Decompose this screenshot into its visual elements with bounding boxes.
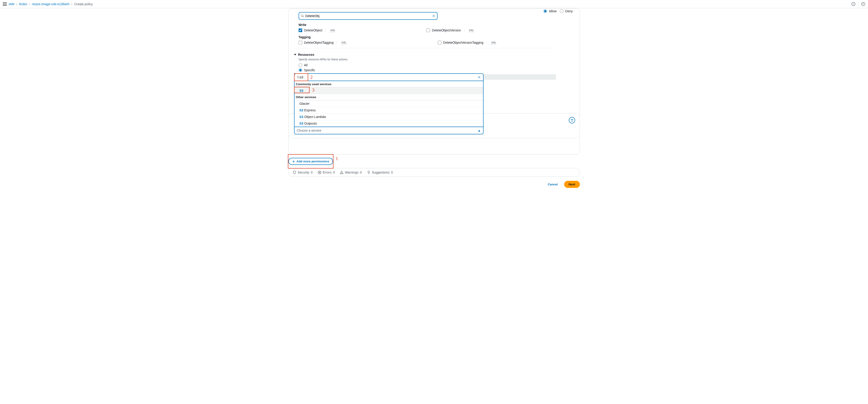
action-label: DeleteObjectVersionTagging <box>443 41 484 44</box>
svg-point-8 <box>297 76 299 78</box>
resources-help-text: Specify resource ARNs for these actions. <box>299 58 552 61</box>
svg-line-5 <box>303 17 304 17</box>
next-button[interactable]: Next <box>564 181 580 188</box>
info-link[interactable]: Info <box>330 29 335 32</box>
service-search-input[interactable]: 2 <box>294 73 484 81</box>
service-option-s3-express[interactable]: S3 Express <box>294 107 483 114</box>
choose-service-label: Choose a service <box>297 129 321 132</box>
info-link[interactable]: Info <box>341 41 346 44</box>
permissions-panel: Allow Deny Write <box>288 8 580 138</box>
chevron-right-icon: › <box>16 2 17 6</box>
svg-point-4 <box>301 15 303 17</box>
resources-header: Resources <box>298 53 314 57</box>
search-icon <box>301 14 304 18</box>
breadcrumb-roles[interactable]: Roles <box>19 2 27 6</box>
search-icon <box>297 75 300 79</box>
clock-icon[interactable] <box>861 2 865 6</box>
effect-deny-label: Deny <box>565 9 573 13</box>
radio-label: Specific <box>304 68 315 72</box>
action-label: DeleteObjectVersion <box>432 28 461 32</box>
resources-all-radio[interactable]: All <box>299 63 552 67</box>
status-security: Security: 0 <box>293 170 313 174</box>
info-link[interactable]: Info <box>468 29 474 32</box>
action-delete-object-version-tagging[interactable]: DeleteObjectVersionTagging Info <box>438 41 497 44</box>
svg-point-21 <box>368 171 370 173</box>
dropdown-item-label: Express <box>303 108 316 112</box>
dropdown-item-label: S3 <box>300 89 303 92</box>
caret-up-icon: ▲ <box>477 129 481 132</box>
action-delete-object[interactable]: DeleteObject Info <box>299 28 336 32</box>
annotation-label-2: 2 <box>310 75 313 80</box>
action-delete-object-tagging[interactable]: DeleteObjectTagging Info <box>299 41 347 44</box>
chevron-right-icon: › <box>71 2 72 6</box>
choose-service-toggle[interactable]: Choose a service ▲ <box>294 127 484 134</box>
annotation-label-1: 1 <box>336 156 338 161</box>
annotation-label-3: 3 <box>312 88 314 93</box>
resources-toggle[interactable]: Resources <box>294 53 552 57</box>
effect-deny-radio[interactable]: Deny <box>560 9 573 13</box>
write-section-header: Write <box>299 23 552 27</box>
add-more-label: Add more permissions <box>297 160 329 163</box>
actions-filter-input[interactable] <box>299 12 437 20</box>
effect-allow-radio[interactable]: Allow <box>544 9 556 13</box>
caret-down-icon <box>294 54 296 55</box>
breadcrumb: IAM › Roles › resize-image-role-tc2i8wrh… <box>9 2 93 6</box>
info-link[interactable]: Info <box>491 41 496 44</box>
info-icon[interactable] <box>851 2 856 6</box>
breadcrumb-role-name[interactable]: resize-image-role-tc2i8wrh <box>32 2 69 6</box>
clear-icon[interactable] <box>477 75 481 79</box>
tagging-section-header: Tagging <box>299 35 552 39</box>
action-label: DeleteObjectTagging <box>304 41 334 44</box>
add-more-permissions-button[interactable]: Add more permissions <box>288 158 333 165</box>
divider <box>858 2 859 6</box>
svg-point-20 <box>342 173 342 174</box>
dropdown-item-label: Object Lambda <box>303 115 326 119</box>
action-label: DeleteObject <box>304 28 322 32</box>
radio-label: All <box>304 63 308 67</box>
status-warnings: Warnings: 0 <box>340 170 362 174</box>
dropdown-item-label: Glacier <box>300 102 310 105</box>
service-option-s3-object-lambda[interactable]: S3 Object Lambda <box>294 114 483 120</box>
service-option-glacier[interactable]: Glacier <box>294 100 483 107</box>
service-dropdown-list: Commonly used services S3 3 Other servic… <box>294 81 484 127</box>
service-option-s3-outposts[interactable]: S3 Outposts <box>294 120 483 127</box>
resources-specific-radio[interactable]: Specific <box>299 68 552 72</box>
cancel-button[interactable]: Cancel <box>545 181 561 188</box>
breadcrumb-current: Create policy <box>74 2 93 6</box>
dropdown-item-match: S3 <box>300 108 303 112</box>
clear-icon[interactable] <box>432 14 435 18</box>
status-errors: Errors: 0 <box>318 170 335 174</box>
effect-section: Allow Deny <box>544 9 572 13</box>
action-delete-object-version[interactable]: DeleteObjectVersion Info <box>426 28 474 32</box>
dropdown-item-label: Outposts <box>303 122 317 125</box>
top-bar: IAM › Roles › resize-image-role-tc2i8wrh… <box>0 0 868 8</box>
chevron-right-icon: › <box>29 2 30 6</box>
dropdown-header-common: Commonly used services <box>294 81 483 88</box>
dropdown-header-other: Other services <box>294 94 483 100</box>
menu-icon[interactable] <box>3 2 7 6</box>
wizard-footer: Cancel Next <box>288 181 580 188</box>
dropdown-item-match: S3 <box>300 122 303 125</box>
status-suggestions: Suggestions: 0 <box>367 170 393 174</box>
svg-line-9 <box>299 77 300 79</box>
dropdown-item-match: S3 <box>300 115 303 119</box>
policy-validation-panel: Security: 0 Errors: 0 Warnings: 0 Sugges… <box>288 168 580 177</box>
effect-allow-label: Allow <box>549 9 556 13</box>
breadcrumb-iam[interactable]: IAM <box>9 2 14 6</box>
service-option-s3[interactable]: S3 3 <box>294 88 483 94</box>
